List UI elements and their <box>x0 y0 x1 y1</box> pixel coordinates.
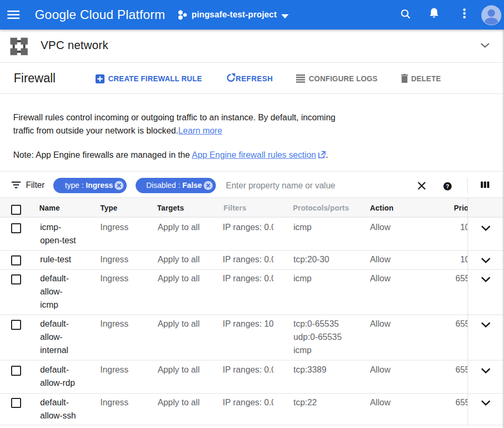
svg-text:?: ? <box>446 183 449 189</box>
